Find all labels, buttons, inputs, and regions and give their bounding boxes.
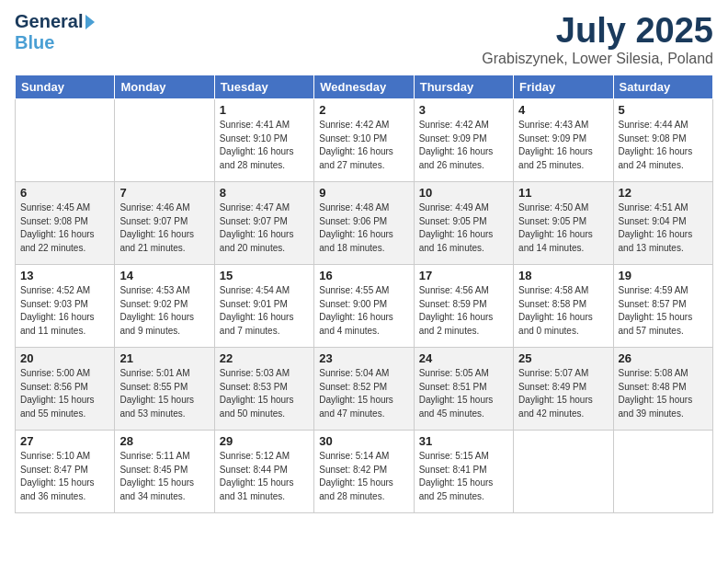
day-info: Sunrise: 4:42 AM Sunset: 9:10 PM Dayligh… [319, 119, 408, 172]
calendar-cell: 15Sunrise: 4:54 AM Sunset: 9:01 PM Dayli… [214, 265, 313, 348]
calendar-cell: 30Sunrise: 5:14 AM Sunset: 8:42 PM Dayli… [314, 431, 414, 513]
calendar-cell: 8Sunrise: 4:47 AM Sunset: 9:07 PM Daylig… [214, 182, 313, 265]
day-info: Sunrise: 4:55 AM Sunset: 9:00 PM Dayligh… [319, 284, 408, 338]
day-info: Sunrise: 5:03 AM Sunset: 8:53 PM Dayligh… [220, 367, 309, 420]
calendar-cell: 5Sunrise: 4:44 AM Sunset: 9:08 PM Daylig… [613, 99, 712, 182]
calendar-cell: 17Sunrise: 4:56 AM Sunset: 8:59 PM Dayli… [414, 265, 513, 348]
calendar-cell: 13Sunrise: 4:52 AM Sunset: 9:03 PM Dayli… [16, 265, 115, 348]
calendar-cell: 29Sunrise: 5:12 AM Sunset: 8:44 PM Dayli… [214, 431, 313, 513]
calendar-week-4: 20Sunrise: 5:00 AM Sunset: 8:56 PM Dayli… [16, 348, 713, 431]
calendar-cell: 1Sunrise: 4:41 AM Sunset: 9:10 PM Daylig… [214, 99, 313, 182]
day-info: Sunrise: 4:49 AM Sunset: 9:05 PM Dayligh… [419, 201, 508, 255]
day-number: 31 [419, 434, 508, 448]
day-number: 23 [319, 351, 408, 365]
day-number: 5 [619, 103, 708, 117]
day-number: 27 [20, 434, 109, 448]
calendar-cell: 2Sunrise: 4:42 AM Sunset: 9:10 PM Daylig… [314, 99, 414, 182]
calendar-cell: 7Sunrise: 4:46 AM Sunset: 9:07 PM Daylig… [115, 182, 214, 265]
day-number: 26 [619, 351, 708, 365]
header-monday: Monday [115, 75, 214, 99]
header-friday: Friday [514, 75, 613, 99]
calendar-cell: 4Sunrise: 4:43 AM Sunset: 9:09 PM Daylig… [514, 99, 613, 182]
logo-arrow-icon [85, 15, 95, 29]
day-info: Sunrise: 5:15 AM Sunset: 8:41 PM Dayligh… [419, 450, 508, 503]
calendar-cell: 22Sunrise: 5:03 AM Sunset: 8:53 PM Dayli… [214, 348, 313, 431]
subtitle: Grabiszynek, Lower Silesia, Poland [482, 51, 713, 67]
day-number: 20 [20, 351, 109, 365]
day-info: Sunrise: 4:46 AM Sunset: 9:07 PM Dayligh… [119, 201, 209, 255]
day-number: 9 [319, 186, 408, 200]
day-info: Sunrise: 5:00 AM Sunset: 8:56 PM Dayligh… [20, 367, 109, 420]
calendar-cell: 9Sunrise: 4:48 AM Sunset: 9:06 PM Daylig… [314, 182, 414, 265]
day-number: 30 [319, 434, 408, 448]
day-number: 15 [220, 269, 309, 282]
day-info: Sunrise: 4:42 AM Sunset: 9:09 PM Dayligh… [419, 119, 508, 172]
day-info: Sunrise: 5:05 AM Sunset: 8:51 PM Dayligh… [419, 367, 508, 420]
calendar-cell: 12Sunrise: 4:51 AM Sunset: 9:04 PM Dayli… [613, 182, 712, 265]
calendar-cell: 26Sunrise: 5:08 AM Sunset: 8:48 PM Dayli… [613, 348, 712, 431]
calendar-cell: 16Sunrise: 4:55 AM Sunset: 9:00 PM Dayli… [314, 265, 414, 348]
calendar-cell: 20Sunrise: 5:00 AM Sunset: 8:56 PM Dayli… [16, 348, 115, 431]
day-number: 25 [518, 351, 608, 365]
day-number: 18 [518, 269, 608, 282]
day-info: Sunrise: 5:10 AM Sunset: 8:47 PM Dayligh… [20, 450, 109, 503]
calendar-cell: 6Sunrise: 4:45 AM Sunset: 9:08 PM Daylig… [16, 182, 115, 265]
calendar-cell: 14Sunrise: 4:53 AM Sunset: 9:02 PM Dayli… [115, 265, 214, 348]
calendar-week-2: 6Sunrise: 4:45 AM Sunset: 9:08 PM Daylig… [16, 182, 713, 265]
calendar-cell: 28Sunrise: 5:11 AM Sunset: 8:45 PM Dayli… [115, 431, 214, 513]
day-info: Sunrise: 4:51 AM Sunset: 9:04 PM Dayligh… [619, 201, 708, 255]
day-info: Sunrise: 4:41 AM Sunset: 9:10 PM Dayligh… [220, 119, 309, 172]
day-info: Sunrise: 5:11 AM Sunset: 8:45 PM Dayligh… [119, 450, 209, 503]
day-number: 1 [220, 103, 309, 117]
day-number: 24 [419, 351, 508, 365]
title-section: July 2025 Grabiszynek, Lower Silesia, Po… [482, 11, 713, 67]
day-number: 28 [119, 434, 209, 448]
header-thursday: Thursday [414, 75, 513, 99]
logo: GeneralBlue [15, 11, 95, 53]
day-info: Sunrise: 4:43 AM Sunset: 9:09 PM Dayligh… [518, 119, 608, 172]
header-wednesday: Wednesday [314, 75, 414, 99]
weekday-header-row: Sunday Monday Tuesday Wednesday Thursday… [16, 75, 713, 99]
day-number: 17 [419, 269, 508, 282]
calendar-week-5: 27Sunrise: 5:10 AM Sunset: 8:47 PM Dayli… [16, 431, 713, 513]
day-info: Sunrise: 4:45 AM Sunset: 9:08 PM Dayligh… [20, 201, 109, 255]
day-number: 11 [518, 186, 608, 200]
calendar-cell: 21Sunrise: 5:01 AM Sunset: 8:55 PM Dayli… [115, 348, 214, 431]
calendar-week-3: 13Sunrise: 4:52 AM Sunset: 9:03 PM Dayli… [16, 265, 713, 348]
calendar-cell: 10Sunrise: 4:49 AM Sunset: 9:05 PM Dayli… [414, 182, 513, 265]
calendar-week-1: 1Sunrise: 4:41 AM Sunset: 9:10 PM Daylig… [16, 99, 713, 182]
logo-blue-text: Blue [15, 32, 95, 53]
day-number: 21 [119, 351, 209, 365]
header: GeneralBlue July 2025 Grabiszynek, Lower… [15, 11, 713, 67]
calendar-cell: 25Sunrise: 5:07 AM Sunset: 8:49 PM Dayli… [514, 348, 613, 431]
calendar-cell [613, 431, 712, 513]
day-info: Sunrise: 5:12 AM Sunset: 8:44 PM Dayligh… [220, 450, 309, 503]
calendar-cell: 27Sunrise: 5:10 AM Sunset: 8:47 PM Dayli… [16, 431, 115, 513]
day-number: 22 [220, 351, 309, 365]
day-number: 10 [419, 186, 508, 200]
day-number: 3 [419, 103, 508, 117]
day-info: Sunrise: 4:53 AM Sunset: 9:02 PM Dayligh… [119, 284, 209, 338]
day-info: Sunrise: 5:01 AM Sunset: 8:55 PM Dayligh… [119, 367, 209, 420]
day-number: 12 [619, 186, 708, 200]
calendar-cell: 31Sunrise: 5:15 AM Sunset: 8:41 PM Dayli… [414, 431, 513, 513]
calendar-cell: 24Sunrise: 5:05 AM Sunset: 8:51 PM Dayli… [414, 348, 513, 431]
day-info: Sunrise: 4:50 AM Sunset: 9:05 PM Dayligh… [518, 201, 608, 255]
day-info: Sunrise: 5:08 AM Sunset: 8:48 PM Dayligh… [619, 367, 708, 420]
day-info: Sunrise: 4:59 AM Sunset: 8:57 PM Dayligh… [619, 284, 708, 338]
day-number: 4 [518, 103, 608, 117]
calendar-cell [514, 431, 613, 513]
day-number: 19 [619, 269, 708, 282]
calendar-table: Sunday Monday Tuesday Wednesday Thursday… [15, 75, 713, 513]
logo-general-text: General [15, 11, 83, 32]
day-number: 29 [220, 434, 309, 448]
main-title: July 2025 [482, 11, 713, 51]
day-info: Sunrise: 5:14 AM Sunset: 8:42 PM Dayligh… [319, 450, 408, 503]
day-number: 16 [319, 269, 408, 282]
day-info: Sunrise: 4:58 AM Sunset: 8:58 PM Dayligh… [518, 284, 608, 338]
day-number: 7 [119, 186, 209, 200]
day-number: 13 [20, 269, 109, 282]
day-info: Sunrise: 4:47 AM Sunset: 9:07 PM Dayligh… [220, 201, 309, 255]
day-info: Sunrise: 5:07 AM Sunset: 8:49 PM Dayligh… [518, 367, 608, 420]
day-info: Sunrise: 4:56 AM Sunset: 8:59 PM Dayligh… [419, 284, 508, 338]
